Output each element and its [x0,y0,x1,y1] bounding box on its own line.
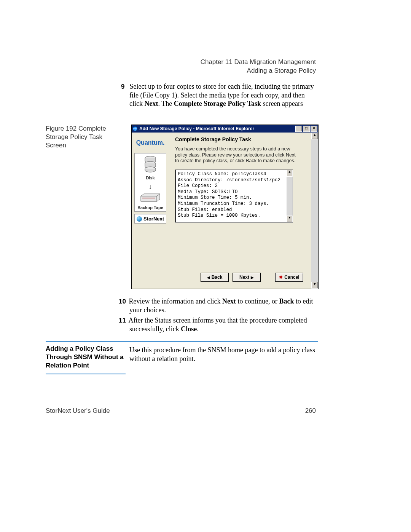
summary-scrollbar[interactable]: ▲▼ [287,170,293,222]
ie-icon [132,126,138,131]
stornext-badge: StorNext [134,214,166,224]
step-10-mid: to continue, or [236,297,279,305]
step-9-text-post: screen appears [261,100,303,107]
step-11-close: Close [181,325,197,333]
wizard-button-row: ◀ Back Next ▶ ✖ Cancel [175,273,306,282]
section-line: Adding a Storage Policy [201,67,316,75]
step-9-bold-next: Next [144,100,158,107]
next-button-label: Next [239,275,249,280]
step-11-post: . [197,325,199,333]
scroll-up-icon[interactable]: ▲ [287,170,293,177]
scroll-down-icon[interactable]: ▼ [311,282,318,289]
close-icon[interactable]: × [311,126,317,132]
next-button[interactable]: Next ▶ [233,273,261,282]
triangle-right-icon: ▶ [251,275,254,280]
arrow-down-icon: ↓ [149,183,152,190]
step-9-bold-title: Complete Storage Policy Task [174,100,261,107]
step-10-number: 10 [119,297,127,305]
window-title: Add New Storage Policy - Microsoft Inter… [139,126,254,131]
step-9-number: 9 [121,83,128,91]
summary-line-3: Media Type: SDISK:LTO [178,189,238,195]
footer-page-number: 260 [305,407,316,415]
subsection-heading: Adding a Policy Class Through SNSM Witho… [46,345,126,374]
wizard-main-panel: Complete Storage Policy Task You have co… [169,133,311,289]
scroll-down-icon[interactable]: ▼ [287,216,293,222]
task-description: You have completed the necessary steps t… [175,146,301,164]
summary-line-0: Policy Class Name: policyclass4 [178,171,266,177]
footer-guide: StorNext User's Guide [46,407,110,415]
subsection-body: Use this procedure from the SNSM home pa… [129,346,318,363]
tape-label: Backup Tape [137,205,163,210]
wizard-left-panel: Quantum. Disk ↓ [132,133,169,289]
window-titlebar[interactable]: Add New Storage Policy - Microsoft Inter… [132,125,318,133]
step-11: 11 After the Status screen informs you t… [129,316,320,333]
step-10-next: Next [222,297,236,305]
cancel-button[interactable]: ✖ Cancel [275,273,303,282]
summary-line-7: Stub File Size = 1000 Kbytes. [178,213,261,218]
minimize-icon[interactable]: _ [295,126,302,132]
scroll-up-icon[interactable]: ▲ [311,133,318,139]
disk-card: Disk ↓ Backup Tape [134,153,166,212]
summary-line-5: Minimum Truncation Time: 3 days. [178,201,269,206]
dialog-screenshot: Add New Storage Policy - Microsoft Inter… [131,125,319,289]
maximize-icon[interactable]: □ [303,126,310,132]
summary-line-1: Assoc Directory: /stornext/snfs1/pc2 [178,177,280,183]
step-9: 9 Select up to four copies to store for … [129,82,320,108]
summary-line-6: Stub Files: enabled [178,207,232,212]
chapter-line: Chapter 11 Data Migration Management [201,58,316,67]
summary-textbox[interactable]: Policy Class Name: policyclass4 Assoc Di… [175,169,293,223]
task-title: Complete Storage Policy Task [175,136,306,142]
summary-line-2: File Copies: 2 [178,183,218,189]
back-button-label: Back [212,275,223,280]
globe-icon [137,216,142,222]
cancel-button-label: Cancel [284,275,299,280]
disk-label: Disk [146,176,155,180]
brand-logo: Quantum. [136,139,165,146]
x-icon: ✖ [279,275,283,280]
step-10: 10 Review the information and click Next… [129,297,320,314]
step-11-number: 11 [119,316,127,324]
back-button[interactable]: ◀ Back [201,273,229,282]
running-header: Chapter 11 Data Migration Management Add… [201,58,316,75]
stornext-label: StorNext [143,216,164,222]
triangle-left-icon: ◀ [207,275,210,280]
step-9-text-mid: . The [158,100,174,107]
step-10-back: Back [279,297,294,305]
figure-caption: Figure 192 Complete Storage Policy Task … [46,125,114,150]
tape-drive-icon [140,193,161,202]
window-scrollbar[interactable]: ▲ ▼ [311,133,318,289]
step-11-pre: After the Status screen informs you that… [129,316,307,333]
step-10-pre: Review the information and click [129,297,222,305]
subsection-rule [46,341,318,342]
disk-icon [143,156,157,173]
summary-line-4: Minimum Store Time: 5 min. [178,195,252,200]
